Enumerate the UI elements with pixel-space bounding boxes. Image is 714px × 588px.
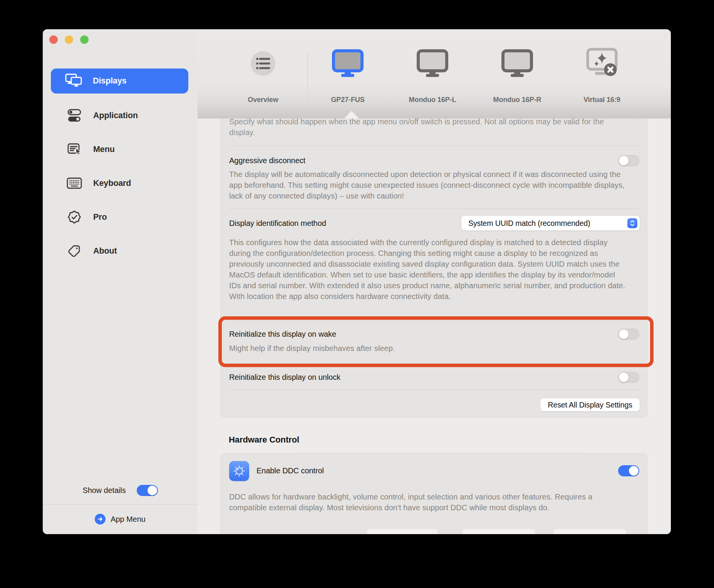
reinit-unlock-label: Reinitialize this display on unlock — [229, 372, 340, 383]
app-menu-label: App Menu — [111, 515, 145, 524]
toggle-knob — [619, 156, 629, 165]
sidebar-nav: Application Menu — [43, 99, 198, 268]
virtual-display-icon — [584, 48, 620, 79]
identification-method-description: This configures how the data associated … — [229, 237, 626, 302]
hardware-control-card: Enable DDC control DDC allows for hardwa… — [220, 453, 647, 534]
enable-ddc-toggle[interactable] — [618, 465, 639, 476]
sidebar-item-application[interactable]: Application — [43, 99, 198, 132]
separator — [229, 145, 640, 146]
minimize-button[interactable] — [65, 35, 73, 44]
hardware-control-heading: Hardware Control — [229, 434, 299, 445]
sidebar-item-label: Menu — [93, 145, 115, 154]
identification-method-select[interactable]: System UUID match (recommended) — [461, 216, 640, 231]
displays-icon — [65, 74, 83, 89]
reinit-wake-label: Reinitialize this display on wake — [229, 329, 336, 339]
keyboard-icon — [67, 177, 82, 189]
tabbar-divider — [307, 51, 308, 105]
app-menu-button[interactable]: App Menu — [43, 513, 198, 526]
aggressive-disconnect-toggle[interactable] — [618, 155, 639, 166]
identification-method-label: Display identification method — [229, 218, 326, 229]
separator — [229, 363, 640, 363]
sidebar-item-menu[interactable]: Menu — [43, 132, 198, 166]
separator — [229, 390, 640, 390]
tab-gp27-fus[interactable]: GP27-FUS — [319, 29, 377, 119]
tab-label: Monduo 16P-R — [493, 95, 541, 104]
reset-all-display-settings-button[interactable]: Reset All Display Settings — [540, 398, 640, 411]
app-window: Displays Application — [43, 29, 671, 534]
tab-label: Monduo 16P-L — [409, 95, 456, 104]
app-menu-switch-description: Specify what should happen when the app … — [229, 119, 626, 138]
reinit-wake-description: Might help if the display misbehaves aft… — [229, 343, 626, 354]
settings-scroll-area[interactable]: Specify what should happen when the app … — [198, 119, 671, 534]
window-controls — [49, 35, 89, 44]
separator — [229, 209, 640, 209]
reinit-unlock-toggle[interactable] — [618, 372, 639, 383]
tag-icon — [67, 244, 82, 257]
tab-label: Virtual 16:9 — [583, 95, 620, 104]
sidebar: Displays Application — [43, 29, 198, 534]
clipped-control — [553, 529, 626, 534]
show-details-row: Show details — [43, 485, 198, 496]
display-tabbar: Overview GP27-FUS — [198, 29, 671, 119]
toggle-knob — [619, 329, 629, 339]
toggle-knob — [619, 373, 629, 382]
brightness-dial-icon — [229, 461, 249, 481]
sidebar-item-about[interactable]: About — [43, 234, 198, 268]
tab-virtual-16-9[interactable]: Virtual 16:9 — [573, 29, 631, 119]
sidebar-item-label: Displays — [93, 76, 127, 86]
tab-monduo-16p-r[interactable]: Monduo 16P-R — [488, 29, 546, 119]
sidebar-item-label: Keyboard — [93, 179, 131, 188]
ddc-description: DDC allows for hardware backlight, volum… — [229, 491, 626, 513]
tab-overview[interactable]: Overview — [234, 29, 292, 119]
monitor-icon — [416, 49, 449, 79]
arrow-right-icon — [95, 514, 106, 525]
tab-monduo-16p-l[interactable]: Monduo 16P-L — [404, 29, 461, 119]
clipped-control — [367, 529, 437, 534]
display-settings-card: Specify what should happen when the app … — [220, 119, 647, 418]
sidebar-item-label: Pro — [93, 212, 107, 222]
toggle-knob — [629, 466, 639, 476]
tab-label: Overview — [248, 95, 278, 104]
sidebar-divider — [43, 504, 198, 504]
reinit-wake-toggle[interactable] — [618, 329, 639, 340]
show-details-label: Show details — [82, 486, 126, 495]
close-button[interactable] — [49, 35, 58, 44]
show-details-toggle[interactable] — [137, 485, 158, 496]
toggle-knob — [147, 486, 157, 495]
monitor-icon — [501, 49, 533, 79]
switches-icon — [67, 109, 82, 123]
sidebar-item-pro[interactable]: Pro — [43, 200, 198, 234]
menu-cursor-icon — [67, 143, 82, 156]
highlight-annotation — [218, 316, 654, 367]
zoom-button[interactable] — [80, 35, 89, 44]
monitor-icon — [332, 49, 364, 79]
tab-label: GP27-FUS — [331, 95, 364, 104]
checkmark-seal-icon — [67, 210, 82, 224]
stepper-chevrons-icon — [627, 218, 637, 228]
separator — [229, 321, 640, 321]
identification-method-value: System UUID match (recommended) — [468, 219, 590, 228]
main-area: Overview GP27-FUS — [198, 29, 671, 534]
aggressive-disconnect-label: Aggressive disconnect — [229, 155, 305, 166]
sidebar-item-label: Application — [93, 111, 138, 120]
enable-ddc-label: Enable DDC control — [256, 465, 324, 476]
overview-list-icon — [251, 51, 275, 76]
sidebar-item-keyboard[interactable]: Keyboard — [43, 166, 198, 200]
sidebar-item-displays[interactable]: Displays — [51, 68, 188, 94]
clipped-control — [463, 529, 535, 534]
sidebar-item-label: About — [93, 246, 117, 256]
selected-tab-caret — [344, 111, 359, 119]
aggressive-disconnect-description: The display will be automatically discon… — [229, 169, 626, 201]
